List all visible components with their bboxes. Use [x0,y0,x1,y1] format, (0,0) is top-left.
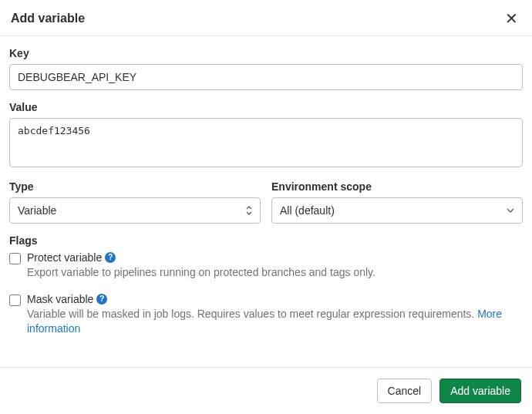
value-textarea[interactable]: abcdef123456 [9,118,523,167]
key-label: Key [9,47,523,59]
add-variable-button[interactable]: Add variable [439,379,521,403]
type-label: Type [9,180,261,193]
type-field: Type Variable [9,180,261,224]
mask-title: Mask variable [27,293,93,305]
value-label: Value [9,101,523,113]
key-input[interactable] [9,64,523,90]
key-field: Key [9,47,523,90]
scope-select[interactable]: All (default) [271,197,523,224]
mask-flag: Mask variable ? Variable will be masked … [9,293,523,346]
protect-checkbox[interactable] [9,253,21,264]
add-variable-modal: Add variable ✕ Key Value abcdef123456 Ty… [0,0,532,414]
modal-footer: Cancel Add variable [0,367,532,414]
protect-description: Export variable to pipelines running on … [27,265,523,281]
protect-title: Protect variable [27,251,102,264]
flags-label: Flags [9,234,523,247]
scope-label: Environment scope [271,180,523,193]
cancel-button[interactable]: Cancel [377,379,433,403]
close-icon: ✕ [505,10,518,27]
mask-checkbox[interactable] [9,295,21,306]
type-select[interactable]: Variable [9,197,261,224]
scope-selected: All (default) [280,204,335,217]
mask-desc-text: Variable will be masked in job logs. Req… [27,308,477,320]
modal-header: Add variable ✕ [0,0,532,36]
help-icon[interactable]: ? [105,252,116,263]
scope-field: Environment scope All (default) [271,180,523,224]
value-field: Value abcdef123456 [9,101,523,170]
modal-title: Add variable [11,12,85,25]
help-icon[interactable]: ? [96,294,107,305]
mask-description: Variable will be masked in job logs. Req… [27,307,523,337]
modal-body: Key Value abcdef123456 Type Variable [0,36,532,367]
flags-section: Flags Protect variable ? Export variable… [9,234,523,346]
close-button[interactable]: ✕ [502,11,521,26]
protect-flag: Protect variable ? Export variable to pi… [9,251,523,290]
